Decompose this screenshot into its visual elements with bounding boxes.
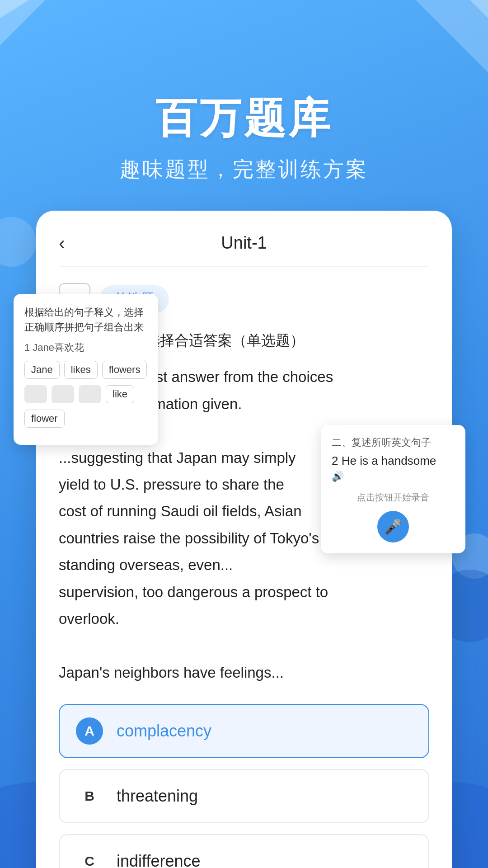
option-b-label: B: [76, 783, 103, 810]
header-subtitle: 趣味题型，完整训练方案: [0, 156, 488, 184]
option-b[interactable]: B threatening: [59, 769, 429, 823]
card-header: ‹ Unit-1: [59, 233, 429, 267]
options-list: A complacency B threatening C indifferen…: [59, 704, 429, 868]
chip-flowers[interactable]: flowers: [102, 361, 147, 379]
option-a-label: A: [76, 717, 103, 745]
tooltip-listening: 二、复述所听英文句子 2 He is a handsome 🔊 点击按钮开始录音…: [321, 425, 465, 553]
listen-hint: 点击按钮开始录音: [332, 491, 455, 504]
tooltip-title: 根据给出的句子释义，选择正确顺序拼把句子组合出来: [24, 305, 147, 335]
chip-like[interactable]: like: [106, 385, 134, 403]
header-title: 百万题库: [0, 90, 488, 146]
mic-button[interactable]: 🎤: [377, 511, 409, 542]
tooltip-sentence-label: 1 Jane喜欢花: [24, 341, 147, 354]
chips-row3: flower: [24, 410, 147, 428]
header-area: 百万题库 趣味题型，完整训练方案: [0, 0, 488, 184]
chip-empty-3[interactable]: [79, 385, 101, 403]
tooltip-sentence-builder: 根据给出的句子释义，选择正确顺序拼把句子组合出来 1 Jane喜欢花 Jane …: [14, 294, 158, 445]
chip-likes[interactable]: likes: [64, 361, 98, 379]
mic-icon: 🎤: [384, 518, 402, 535]
chip-jane[interactable]: Jane: [24, 361, 60, 379]
listen-sound-icon[interactable]: 🔊: [332, 471, 455, 482]
chip-empty-2[interactable]: [52, 385, 74, 403]
option-a-text: complacency: [117, 722, 211, 741]
option-b-text: threatening: [117, 787, 198, 806]
option-c-label: C: [76, 848, 103, 868]
unit-title: Unit-1: [221, 233, 267, 253]
chip-empty-1[interactable]: [24, 385, 47, 403]
back-button[interactable]: ‹: [59, 232, 65, 254]
option-c-text: indifference: [117, 852, 200, 868]
listen-section-label: 二、复述所听英文句子: [332, 436, 455, 449]
chips-row2: like: [24, 385, 147, 403]
chips-row1: Jane likes flowers: [24, 361, 147, 379]
listen-sentence: 2 He is a handsome: [332, 454, 455, 468]
option-a[interactable]: A complacency: [59, 704, 429, 758]
chip-flower[interactable]: flower: [24, 410, 65, 428]
option-c[interactable]: C indifference: [59, 834, 429, 868]
